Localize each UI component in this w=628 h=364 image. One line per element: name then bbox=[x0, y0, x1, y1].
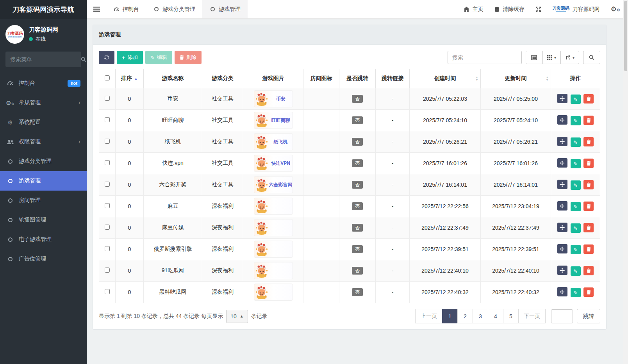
select-all-checkbox[interactable] bbox=[105, 75, 110, 80]
page-button-3[interactable]: 3 bbox=[473, 309, 488, 323]
sidebar-item-dashboard[interactable]: 控制台 hot bbox=[0, 73, 87, 93]
row-edit-button[interactable]: ✎ bbox=[571, 116, 581, 125]
page-button-4[interactable]: 4 bbox=[488, 309, 503, 323]
export-icon bbox=[565, 55, 571, 60]
game-image[interactable] bbox=[254, 284, 293, 301]
refresh-button[interactable] bbox=[99, 51, 114, 64]
cell-jump-link: - bbox=[376, 196, 410, 217]
row-edit-button[interactable]: ✎ bbox=[571, 159, 581, 168]
row-edit-button[interactable]: ✎ bbox=[571, 180, 581, 190]
sidebar-item-system-config[interactable]: ⚙ 系统配置 bbox=[0, 112, 87, 132]
menu-toggle-button[interactable] bbox=[87, 0, 106, 18]
menu-search-input[interactable] bbox=[10, 56, 81, 62]
row-delete-button[interactable] bbox=[583, 94, 594, 103]
row-drag-button[interactable] bbox=[557, 94, 567, 103]
row-edit-button[interactable]: ✎ bbox=[571, 202, 581, 211]
cell-updated-time: 2025/7/12 23:04:19 bbox=[481, 196, 551, 217]
sidebar-item-general[interactable]: ⚙⚙ 常规管理 ‹ bbox=[0, 93, 87, 112]
game-image[interactable]: 快连VPN bbox=[254, 155, 293, 172]
toggle-search-button[interactable] bbox=[583, 51, 600, 64]
row-checkbox[interactable] bbox=[105, 246, 110, 251]
row-checkbox[interactable] bbox=[105, 268, 110, 273]
export-dropdown-button[interactable]: ▾ bbox=[561, 51, 579, 64]
game-image[interactable] bbox=[254, 241, 293, 258]
tab-game-category[interactable]: 游戏分类管理 bbox=[146, 0, 202, 18]
site-account[interactable]: 刀客源码 刀客源码网 bbox=[552, 6, 600, 13]
settings-button[interactable]: ⚙⚙ bbox=[611, 6, 620, 12]
home-link[interactable]: 主页 bbox=[464, 6, 483, 13]
edit-button[interactable]: ✎ 编辑 bbox=[145, 51, 172, 64]
row-drag-button[interactable] bbox=[557, 223, 567, 232]
column-header-created[interactable]: 创建时间▴▾ bbox=[410, 69, 481, 88]
add-button[interactable]: + 添加 bbox=[117, 51, 143, 64]
row-drag-button[interactable] bbox=[557, 287, 567, 296]
delete-button[interactable]: 删除 bbox=[175, 51, 202, 64]
prev-page-button[interactable]: 上一页 bbox=[415, 309, 442, 323]
sidebar-item-game-category[interactable]: 游戏分类管理 bbox=[0, 152, 87, 171]
page-size-dropdown[interactable]: 10 ▲ bbox=[226, 310, 248, 323]
row-delete-button[interactable] bbox=[583, 244, 594, 254]
row-delete-button[interactable] bbox=[583, 137, 594, 146]
row-drag-button[interactable] bbox=[557, 158, 567, 168]
sidebar-item-carousel[interactable]: 轮播图管理 bbox=[0, 210, 87, 230]
game-image[interactable]: 纸飞机 bbox=[254, 133, 293, 150]
row-checkbox[interactable] bbox=[105, 203, 110, 208]
row-drag-button[interactable] bbox=[557, 244, 567, 253]
next-page-button[interactable]: 下一页 bbox=[518, 309, 546, 323]
row-checkbox[interactable] bbox=[105, 225, 110, 230]
jump-page-button[interactable]: 跳转 bbox=[577, 309, 600, 323]
row-edit-button[interactable]: ✎ bbox=[571, 137, 581, 147]
row-checkbox[interactable] bbox=[105, 289, 110, 294]
row-edit-button[interactable]: ✎ bbox=[571, 95, 581, 104]
row-drag-button[interactable] bbox=[557, 180, 567, 189]
page-button-1[interactable]: 1 bbox=[442, 309, 458, 323]
row-delete-button[interactable] bbox=[583, 159, 594, 168]
game-image[interactable]: 旺旺商聊 bbox=[254, 112, 293, 129]
sidebar-item-game-management[interactable]: 游戏管理 bbox=[0, 171, 87, 191]
sidebar-item-electronic-games[interactable]: 电子游戏管理 bbox=[0, 230, 87, 249]
row-drag-button[interactable] bbox=[557, 137, 567, 146]
sidebar: 刀客源码网演示导航 刀客源码 www.dkswl.com 刀客源码网 在线 控制… bbox=[0, 0, 87, 364]
window-scrollbar[interactable] bbox=[623, 0, 628, 364]
sidebar-item-room-management[interactable]: 房间管理 bbox=[0, 191, 87, 210]
page-button-5[interactable]: 5 bbox=[503, 309, 519, 323]
row-edit-button[interactable]: ✎ bbox=[571, 288, 581, 297]
row-drag-button[interactable] bbox=[557, 115, 567, 125]
game-image[interactable]: 六合彩官网 bbox=[254, 176, 293, 193]
game-image[interactable] bbox=[254, 198, 293, 215]
sidebar-item-ad-slots[interactable]: 广告位管理 bbox=[0, 249, 87, 269]
row-delete-button[interactable] bbox=[583, 287, 594, 297]
tab-dashboard[interactable]: 控制台 bbox=[106, 0, 146, 18]
tab-game-management[interactable]: 游戏管理 bbox=[202, 0, 248, 18]
table-search-input[interactable] bbox=[448, 51, 522, 64]
row-drag-button[interactable] bbox=[557, 201, 567, 211]
fullscreen-button[interactable] bbox=[535, 6, 541, 12]
row-delete-button[interactable] bbox=[583, 266, 594, 275]
row-checkbox[interactable] bbox=[105, 96, 110, 101]
scrollbar-thumb[interactable] bbox=[624, 1, 627, 71]
game-image[interactable] bbox=[254, 262, 293, 279]
column-header-sort[interactable]: 排序▲ bbox=[116, 69, 144, 88]
row-delete-button[interactable] bbox=[583, 180, 594, 189]
table-row: 0 旺旺商聊 社交工具 bbox=[99, 110, 600, 131]
detail-view-button[interactable] bbox=[526, 51, 543, 64]
column-header-updated[interactable]: 更新时间▴▾ bbox=[481, 69, 551, 88]
row-delete-button[interactable] bbox=[583, 223, 594, 232]
row-checkbox[interactable] bbox=[105, 139, 110, 144]
row-edit-button[interactable]: ✎ bbox=[571, 245, 581, 254]
row-edit-button[interactable]: ✎ bbox=[571, 223, 581, 233]
row-delete-button[interactable] bbox=[583, 202, 594, 211]
sidebar-item-permissions[interactable]: 权限管理 ‹ bbox=[0, 132, 87, 152]
row-edit-button[interactable]: ✎ bbox=[571, 266, 581, 276]
row-checkbox[interactable] bbox=[105, 182, 110, 187]
row-checkbox[interactable] bbox=[105, 117, 110, 122]
row-delete-button[interactable] bbox=[583, 116, 594, 125]
jump-page-input[interactable] bbox=[551, 309, 573, 323]
row-drag-button[interactable] bbox=[557, 266, 567, 275]
game-image[interactable] bbox=[254, 219, 293, 236]
row-checkbox[interactable] bbox=[105, 160, 110, 165]
game-image[interactable]: 币安 bbox=[254, 90, 293, 107]
page-button-2[interactable]: 2 bbox=[457, 309, 473, 323]
clear-cache-link[interactable]: 清除缓存 bbox=[494, 6, 525, 13]
columns-dropdown-button[interactable]: ▾ bbox=[543, 51, 561, 64]
